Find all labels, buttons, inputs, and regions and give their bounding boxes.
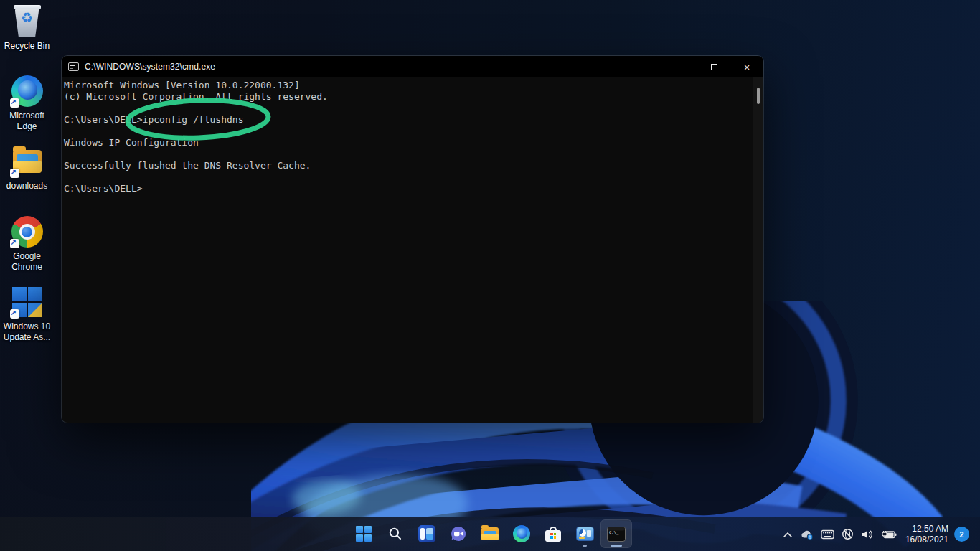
chat-icon [450, 525, 467, 542]
desktop-icon-label: Recycle Bin [1, 41, 53, 52]
desktop-icon-downloads[interactable]: downloads [1, 144, 53, 192]
terminal-output[interactable]: Microsoft Windows [Version 10.0.22000.13… [62, 77, 753, 423]
task-view-button[interactable] [411, 519, 443, 548]
close-button[interactable] [730, 56, 763, 77]
cmd-window: C:\WINDOWS\system32\cmd.exe Microsoft Wi… [62, 56, 763, 423]
active-running-indicator [611, 545, 622, 547]
cmd-app-icon [68, 62, 79, 71]
touch-keyboard-button[interactable] [817, 520, 838, 549]
edge-icon [10, 74, 44, 108]
svg-text:C:\_: C:\_ [609, 529, 619, 534]
terminal-line: C:\Users\DELL> [64, 183, 753, 194]
hidden-icons-button[interactable] [779, 520, 796, 549]
onedrive-tray-button[interactable] [796, 520, 817, 549]
desktop: Recycle Bin Microsoft Edge downloads Goo… [0, 0, 980, 551]
clock-time: 12:50 AM [905, 524, 948, 534]
terminal-line: Windows IP Configuration [64, 137, 753, 149]
file-explorer-button[interactable] [474, 519, 506, 548]
terminal-line: C:\Users\DELL>ipconfig /flushdns [64, 114, 753, 126]
shortcut-arrow-icon [10, 309, 19, 319]
store-button[interactable] [537, 519, 569, 548]
volume-tray-button[interactable] [857, 520, 877, 549]
shortcut-arrow-icon [10, 169, 19, 178]
command-prompt-icon: C:\_ [607, 527, 626, 542]
terminal-line [64, 103, 753, 114]
taskbar-center: C:\_ [348, 519, 632, 548]
keyboard-icon [821, 529, 834, 540]
terminal-line [64, 149, 753, 160]
minimize-icon [677, 67, 684, 67]
globe-offline-icon [842, 528, 854, 540]
desktop-icon-google-chrome[interactable]: Google Chrome [1, 215, 53, 273]
scrollbar-thumb[interactable] [757, 88, 760, 104]
cmd-taskbar-button[interactable]: C:\_ [600, 519, 632, 548]
desktop-icon-recycle-bin[interactable]: Recycle Bin [1, 4, 53, 52]
edge-button[interactable] [506, 519, 537, 548]
desktop-icon-label: Windows 10 Update As... [1, 321, 53, 343]
shortcut-arrow-icon [10, 98, 19, 108]
maximize-icon [711, 64, 717, 70]
recycle-symbol-icon [10, 11, 44, 25]
speaker-icon [861, 529, 874, 540]
chevron-up-icon [783, 531, 793, 538]
task-view-icon [418, 525, 435, 542]
battery-charging-icon [881, 529, 897, 540]
search-button[interactable] [380, 519, 411, 548]
desktop-icon-label: downloads [1, 181, 53, 192]
system-tray: 12:50 AM 16/08/2021 2 [779, 517, 980, 551]
window-titlebar[interactable]: C:\WINDOWS\system32\cmd.exe [62, 56, 763, 77]
clock[interactable]: 12:50 AM 16/08/2021 [905, 524, 948, 545]
desktop-icon-windows10-update[interactable]: Windows 10 Update As... [1, 285, 53, 343]
edge-icon [513, 525, 530, 542]
maximize-button[interactable] [697, 56, 730, 77]
terminal-line [64, 171, 753, 183]
shortcut-arrow-icon [10, 239, 19, 248]
terminal-line: Microsoft Windows [Version 10.0.22000.13… [64, 80, 753, 91]
system-properties-icon [576, 527, 594, 541]
close-icon [743, 60, 750, 73]
window-title: C:\WINDOWS\system32\cmd.exe [85, 62, 215, 72]
running-indicator [583, 545, 587, 547]
desktop-icon-label: Microsoft Edge [1, 110, 53, 132]
file-explorer-icon [481, 526, 499, 542]
terminal-line: (c) Microsoft Corporation. All rights re… [64, 91, 753, 103]
desktop-icon-label: Google Chrome [1, 251, 53, 273]
network-tray-button[interactable] [838, 520, 857, 549]
scrollbar[interactable] [753, 77, 763, 423]
terminal-line [64, 126, 753, 137]
windows-start-icon [356, 526, 372, 542]
desktop-icon-microsoft-edge[interactable]: Microsoft Edge [1, 74, 53, 132]
clock-date: 16/08/2021 [905, 534, 948, 545]
folder-icon [10, 144, 44, 179]
chat-button[interactable] [443, 519, 474, 548]
search-icon [388, 527, 402, 541]
taskbar: C:\_ [0, 517, 980, 551]
windows-logo-icon [10, 285, 44, 319]
microsoft-store-icon [545, 527, 561, 542]
terminal-line: Successfully flushed the DNS Resolver Ca… [64, 160, 753, 171]
chrome-icon [10, 215, 44, 249]
notification-badge[interactable]: 2 [954, 527, 969, 542]
system-app-button[interactable] [569, 519, 600, 548]
recycle-bin-icon [10, 4, 44, 39]
onedrive-icon [800, 529, 814, 540]
start-button[interactable] [348, 519, 380, 548]
battery-tray-button[interactable] [877, 520, 900, 549]
minimize-button[interactable] [664, 56, 697, 77]
